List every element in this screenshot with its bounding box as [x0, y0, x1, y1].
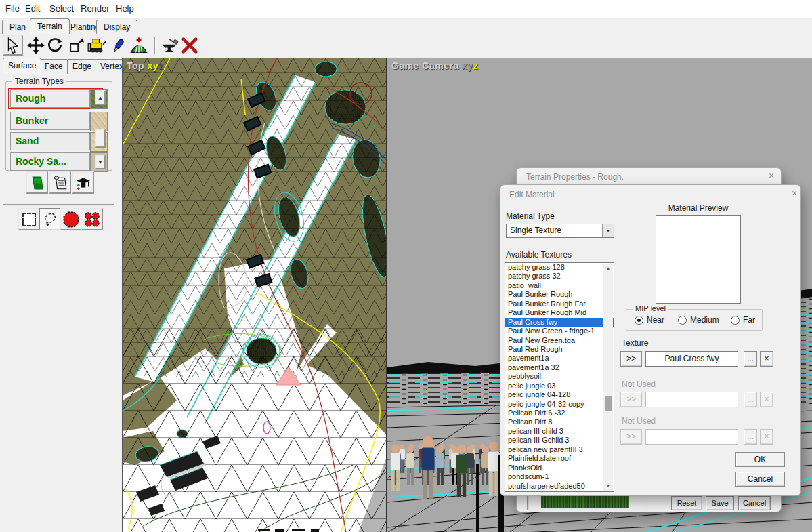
unused-slot-label: Not Used — [622, 416, 656, 426]
texture-item[interactable]: patio_wall — [505, 281, 614, 290]
texture-item[interactable]: ptrufsharpenedfaded50 — [505, 482, 614, 491]
texture-item[interactable]: pelic jungle 03 — [505, 382, 614, 390]
graduation-cap-button[interactable] — [72, 171, 94, 194]
texture-item[interactable]: pelican III Gchild 3 — [505, 436, 614, 445]
assign-texture-button[interactable]: >> — [620, 351, 642, 367]
delete-tool[interactable] — [179, 35, 200, 56]
texture-item[interactable]: pavement1a — [505, 354, 614, 363]
texture-slot-label: Texture — [622, 338, 648, 348]
types-scroll-thumb[interactable] — [95, 129, 106, 148]
radio-medium-label[interactable]: Medium — [690, 315, 719, 325]
radio-near[interactable] — [635, 316, 643, 325]
select-cursor-tool[interactable] — [3, 35, 23, 56]
radio-far[interactable] — [731, 316, 740, 325]
texture-item[interactable]: PlanksOld — [505, 464, 614, 472]
close-icon[interactable]: × — [788, 188, 801, 199]
terrain-types-label: Terrain Types — [12, 77, 66, 86]
texture-item[interactable]: pavement1a 32 — [505, 363, 614, 372]
texture-item[interactable]: Plainfield.slate roof — [505, 454, 614, 463]
texture-item[interactable]: pelican new parentIII 3 — [505, 445, 614, 454]
menu-edit[interactable]: Edit — [25, 3, 40, 14]
menu-render[interactable]: Render — [81, 3, 110, 14]
pole-object-thin — [476, 464, 479, 532]
terrain-type-rough[interactable]: Rough — [10, 89, 90, 108]
texture-item[interactable]: pebblysoil — [505, 372, 614, 381]
browse-texture-button-disabled: ... — [744, 392, 757, 407]
flatten-anvil-tool[interactable] — [159, 35, 179, 56]
edit-material-dialog: Edit Material × Material Type Single Tex… — [500, 184, 801, 496]
cancel-button[interactable]: Cancel — [738, 496, 771, 510]
radio-near-label[interactable]: Near — [647, 315, 664, 325]
rotate-tool[interactable] — [45, 35, 65, 56]
texture-item[interactable]: pelic jungle 04-128 — [505, 390, 614, 399]
radio-medium[interactable] — [678, 316, 687, 325]
texture-slot-field[interactable]: Paul Cross fwy — [645, 351, 738, 367]
texture-item[interactable]: Paul Bunker Rough Far — [505, 300, 614, 308]
tab-terrain[interactable]: Terrain — [30, 18, 70, 34]
texture-item[interactable]: Paul New Green - fringe-1 — [505, 327, 614, 335]
material-type-select[interactable]: Single Texture ▼ — [506, 224, 614, 238]
terrain-sheet-button[interactable] — [26, 171, 48, 194]
tab-display[interactable]: Display — [96, 20, 137, 34]
notes-scroll-button[interactable] — [49, 171, 71, 194]
texture-item[interactable]: Paul Bunker Rough Mid — [505, 308, 614, 317]
lasso-select-button[interactable] — [39, 208, 61, 230]
octagon-brush-button[interactable] — [60, 208, 82, 230]
top-viewport[interactable]: Top xyz — [122, 58, 386, 532]
tab-surface[interactable]: Surface — [3, 58, 41, 74]
types-scroll-up-button[interactable]: ▲ — [95, 90, 106, 105]
rough-texture-preview — [541, 495, 629, 508]
delete-x-icon — [180, 37, 199, 54]
tab-edge[interactable]: Edge — [67, 59, 97, 74]
clear-texture-button[interactable]: × — [760, 351, 773, 367]
scale-tool[interactable] — [66, 35, 87, 56]
terrain-type-name: Bunker — [16, 115, 48, 126]
bulldozer-tool[interactable] — [87, 35, 107, 56]
scroll-down-icon[interactable]: ▼ — [603, 481, 613, 491]
texture-item[interactable]: patchy grass 32 — [505, 272, 614, 281]
terrain-type-sand[interactable]: Sand — [10, 132, 90, 150]
types-scroll-down-button[interactable]: ▼ — [95, 155, 106, 169]
terrain-type-bunker[interactable]: Bunker — [10, 112, 90, 130]
texture-item[interactable]: Pelican Dirt 6 -32 — [505, 409, 614, 417]
clear-texture-button-disabled: × — [760, 429, 773, 445]
ok-button[interactable]: OK — [735, 452, 785, 467]
scroll-up-icon[interactable]: ▲ — [603, 264, 613, 273]
spray-pen-tool[interactable] — [108, 35, 129, 56]
close-icon[interactable]: × — [765, 171, 778, 182]
texture-item[interactable]: pelic jungle 04-32 copy — [505, 400, 614, 409]
texture-item[interactable]: Paul Red Rough — [505, 345, 614, 354]
texture-listbox[interactable]: patchy grass 128 patchy grass 32 patio_w… — [505, 262, 614, 492]
top-view-canvas[interactable] — [123, 58, 386, 532]
bulldozer-icon — [87, 37, 106, 54]
texture-item-selected[interactable]: Paul Cross fwy — [505, 318, 614, 327]
chevron-down-icon[interactable]: ▼ — [602, 224, 614, 237]
lasso-select-icon — [42, 211, 58, 228]
texture-item[interactable]: Pelican Dirt 8 — [505, 417, 614, 426]
scroll-thumb[interactable] — [605, 396, 612, 411]
available-textures-label: Available Textures — [506, 250, 572, 260]
tab-plan[interactable]: Plan — [2, 20, 33, 34]
browse-texture-button-disabled: ... — [744, 429, 757, 445]
texture-item[interactable]: patchy grass 128 — [505, 263, 614, 272]
texture-item[interactable]: Paul Bunker Rough — [505, 290, 614, 299]
menu-select[interactable]: Select — [49, 3, 74, 14]
menu-help[interactable]: Help — [116, 3, 134, 14]
mound-tool[interactable] — [129, 35, 149, 56]
save-button[interactable]: Save — [706, 496, 734, 510]
reset-button[interactable]: Reset — [671, 496, 702, 510]
texture-item[interactable]: Paul New Green.tga — [505, 336, 614, 345]
radio-far-label[interactable]: Far — [743, 315, 755, 325]
texture-list-scrollbar[interactable]: ▲ ▼ — [603, 264, 613, 491]
terrain-type-rocky-sand[interactable]: Rocky Sa... — [10, 152, 90, 171]
menu-file[interactable]: File — [5, 3, 20, 14]
pan-move-tool[interactable] — [26, 35, 46, 56]
dots-brush-button[interactable] — [81, 208, 103, 230]
cancel-button[interactable]: Cancel — [735, 472, 785, 487]
terrain-editor-window: File Edit Select Render Help Plan Terrai… — [0, 0, 812, 532]
texture-item[interactable]: pelican III child 3 — [505, 427, 614, 436]
browse-texture-button[interactable]: ... — [744, 351, 757, 367]
tab-face[interactable]: Face — [39, 59, 68, 74]
texture-item[interactable]: pondscum-1 — [505, 472, 614, 481]
marquee-select-button[interactable] — [18, 208, 40, 230]
